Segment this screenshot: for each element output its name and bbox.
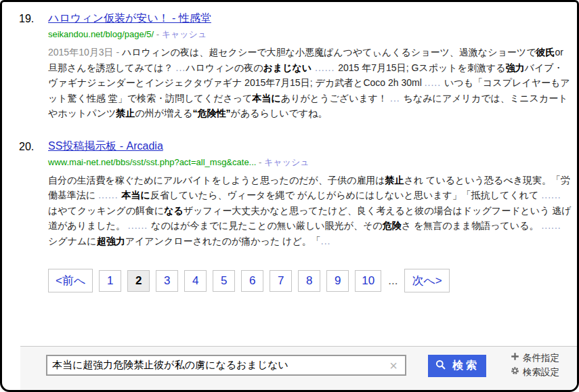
pagination-page-2-current: 2	[127, 270, 150, 292]
search-results-list: 19. ハロウィン仮装が安い！ - 性感堂 seikandou.net/blog…	[2, 2, 577, 248]
advanced-search-label: 条件指定	[523, 351, 559, 364]
search-button[interactable]: 検索	[428, 355, 486, 377]
pagination-page-9[interactable]: 9	[326, 270, 349, 292]
search-input[interactable]	[47, 360, 382, 371]
url-cache-separator: -	[256, 157, 264, 167]
search-button-label: 検索	[452, 359, 479, 373]
result-title: ハロウィン仮装が安い！ - 性感堂	[48, 12, 572, 25]
result-number: 19.	[19, 12, 48, 121]
url-cache-separator: -	[154, 29, 162, 39]
result-url: www.mai-net.net/bbs/sst/sst.php?act=all_…	[48, 157, 256, 167]
search-box: ×	[46, 355, 406, 376]
search-result-20: 20. SS投稿掲示板 - Arcadia www.mai-net.net/bb…	[19, 139, 572, 249]
window-frame: 19. ハロウィン仮装が安い！ - 性感堂 seikandou.net/blog…	[0, 0, 579, 392]
result-number: 20.	[19, 139, 48, 249]
advanced-search-link[interactable]: 条件指定	[511, 351, 559, 364]
search-settings-link[interactable]: 検索設定	[511, 366, 559, 378]
result-title-link[interactable]: ハロウィン仮装が安い！ - 性感堂	[48, 12, 211, 24]
pagination-prev[interactable]: <前へ	[48, 269, 93, 292]
search-icon	[435, 360, 446, 373]
clear-icon[interactable]: ×	[382, 359, 405, 372]
result-meta: seikandou.net/blog/page/5/ - キャッシュ	[48, 28, 572, 41]
result-snippet: 自分の生活費を稼ぐためにアルバイトをしようと思ったのだが、子供の雇用は禁止され …	[48, 173, 572, 249]
result-url: seikandou.net/blog/page/5/	[48, 29, 154, 39]
search-settings-label: 検索設定	[523, 366, 559, 378]
pagination-page-4[interactable]: 4	[184, 270, 207, 292]
result-meta: www.mai-net.net/bbs/sst/sst.php?act=all_…	[48, 156, 572, 169]
pagination: <前へ 1 2 3 4 5 6 7 8 9 10 ... 次へ>	[48, 269, 577, 292]
pagination-page-3[interactable]: 3	[156, 270, 178, 292]
footer-links: 条件指定 検索設定	[511, 351, 559, 378]
pagination-page-8[interactable]: 8	[298, 270, 320, 292]
pagination-page-1[interactable]: 1	[99, 270, 121, 292]
footer-search-bar: × 検索 条件指定 検索設定	[20, 346, 577, 390]
pagination-page-7[interactable]: 7	[270, 270, 292, 292]
result-snippet: 2015年10月3日 - ハロウィンの夜は、超セクシーで大胆な小悪魔ぱんつやてぃ…	[48, 45, 572, 121]
pagination-next[interactable]: 次へ>	[404, 269, 449, 292]
pagination-page-10[interactable]: 10	[355, 270, 381, 292]
pagination-page-6[interactable]: 6	[241, 270, 263, 292]
plus-icon	[511, 351, 519, 364]
result-title: SS投稿掲示板 - Arcadia	[48, 139, 572, 153]
search-result-19: 19. ハロウィン仮装が安い！ - 性感堂 seikandou.net/blog…	[19, 12, 572, 121]
gear-icon	[511, 366, 519, 378]
pagination-page-5[interactable]: 5	[213, 270, 235, 292]
pagination-ellipsis: ...	[388, 274, 398, 288]
cache-link[interactable]: キャッシュ	[162, 29, 207, 39]
cache-link[interactable]: キャッシュ	[264, 157, 309, 167]
result-title-link[interactable]: SS投稿掲示板 - Arcadia	[48, 140, 163, 152]
